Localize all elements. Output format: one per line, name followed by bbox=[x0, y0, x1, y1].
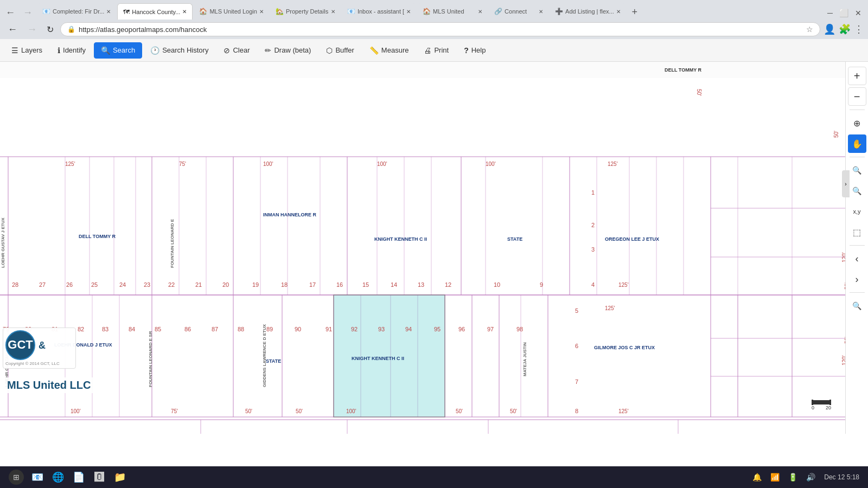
map-svg: DELL TOMMY R 50' bbox=[0, 62, 868, 434]
search-history-btn[interactable]: 🕐 Search History bbox=[143, 42, 215, 59]
taskbar-docs-icon[interactable]: 📄 bbox=[72, 470, 86, 484]
logo-copyright: Copyright © 2014 GCT, LLC bbox=[5, 361, 73, 366]
tab-property[interactable]: 🏡 Property Details ✕ bbox=[270, 3, 341, 20]
new-tab-btn[interactable]: + bbox=[627, 4, 642, 20]
extension-icon[interactable]: 🧩 bbox=[839, 23, 851, 35]
tab-add-listing[interactable]: ➕ Add Listing | flex... ✕ bbox=[550, 3, 626, 20]
print-icon: 🖨 bbox=[424, 46, 431, 55]
start-btn[interactable]: ⊞ bbox=[9, 470, 24, 485]
help-icon: ? bbox=[464, 46, 469, 55]
map-container[interactable]: DELL TOMMY R 50' bbox=[0, 62, 868, 434]
tab-close-add-listing[interactable]: ✕ bbox=[616, 9, 621, 15]
tab-bar: ← → 📧 Completed: Fir Dr... ✕ 🗺 Hancock C… bbox=[0, 0, 868, 20]
taskbar-office-icon[interactable]: 🅾 bbox=[92, 470, 106, 484]
tab-favicon-connect: 🔗 bbox=[494, 8, 502, 15]
svg-text:7: 7 bbox=[575, 378, 578, 385]
map-search2-btn[interactable]: 🔍 bbox=[848, 182, 866, 200]
svg-text:MATEJA JUSTIN: MATEJA JUSTIN bbox=[522, 342, 527, 376]
tab-close-mls-login[interactable]: ✕ bbox=[259, 9, 264, 15]
svg-text:100': 100' bbox=[377, 161, 387, 167]
tab-mls-login[interactable]: 🏠 MLS United Login ✕ bbox=[194, 3, 269, 20]
svg-text:94: 94 bbox=[405, 326, 412, 332]
taskbar-chrome-icon[interactable]: 🌐 bbox=[51, 470, 65, 484]
identify-map-btn[interactable]: 🔍 bbox=[848, 297, 866, 315]
collapse-arrow[interactable]: › bbox=[842, 170, 850, 197]
tab-hancock[interactable]: 🗺 Hancock County... ✕ bbox=[117, 3, 193, 20]
clear-btn[interactable]: ⊘ Clear bbox=[216, 42, 257, 59]
svg-text:125': 125' bbox=[608, 161, 618, 167]
select-tool-btn[interactable]: ⬚ bbox=[848, 223, 866, 241]
measure-icon: 📏 bbox=[369, 46, 379, 55]
svg-text:STATE: STATE bbox=[507, 236, 522, 242]
measure-btn[interactable]: 📏 Measure bbox=[362, 42, 416, 59]
locate-btn[interactable]: ⊕ bbox=[848, 114, 866, 132]
tab-close-inbox[interactable]: ✕ bbox=[406, 9, 411, 15]
nav-reload-btn[interactable]: ↻ bbox=[43, 23, 57, 36]
svg-text:86: 86 bbox=[184, 326, 191, 332]
taskbar-gmail-icon[interactable]: 📧 bbox=[30, 470, 44, 484]
settings-icon[interactable]: ⋮ bbox=[854, 23, 864, 35]
tab-connect[interactable]: 🔗 Connect ✕ bbox=[489, 3, 548, 20]
zoom-in-btn[interactable]: + bbox=[848, 67, 866, 85]
print-btn[interactable]: 🖨 Print bbox=[417, 42, 456, 59]
tab-mls-united[interactable]: 🏠 MLS United ✕ bbox=[417, 3, 488, 20]
svg-text:83: 83 bbox=[102, 326, 108, 332]
zoom-out-btn[interactable]: − bbox=[848, 87, 866, 106]
tab-close-property[interactable]: ✕ bbox=[331, 9, 335, 15]
close-btn[interactable]: ✕ bbox=[853, 7, 864, 20]
tab-close-mls-united[interactable]: ✕ bbox=[478, 9, 482, 15]
svg-text:INMAN HANNELORE R: INMAN HANNELORE R bbox=[263, 212, 316, 217]
svg-text:24: 24 bbox=[119, 281, 126, 288]
tab-back-btn[interactable]: ← bbox=[2, 6, 18, 20]
svg-text:100': 100' bbox=[71, 408, 81, 414]
nav-back-map-btn[interactable]: ‹ bbox=[848, 249, 866, 268]
profile-icon[interactable]: 👤 bbox=[824, 23, 835, 35]
hand-tool-btn[interactable]: ✋ bbox=[848, 134, 866, 153]
svg-text:18: 18 bbox=[281, 281, 288, 288]
map-search-btn[interactable]: 🔍 bbox=[848, 161, 866, 179]
svg-text:28: 28 bbox=[12, 281, 18, 288]
volume-icon[interactable]: 🔊 bbox=[806, 473, 815, 481]
svg-text:GIDDENS LAWRENCE D ETUX: GIDDENS LAWRENCE D ETUX bbox=[262, 324, 267, 387]
buffer-btn[interactable]: ⬡ Buffer bbox=[319, 42, 361, 59]
identify-btn[interactable]: ℹ Identify bbox=[50, 42, 93, 59]
tab-close-completed[interactable]: ✕ bbox=[106, 9, 111, 15]
svg-text:91: 91 bbox=[326, 326, 332, 332]
layers-btn[interactable]: ☰ Layers bbox=[4, 42, 49, 59]
address-bar: ← → ↻ 🔒 https://atlas.geoportalmaps.com/… bbox=[0, 20, 868, 39]
scale-bar: 0 20 bbox=[807, 398, 835, 412]
notification-icon[interactable]: 🔔 bbox=[752, 473, 762, 481]
draw-btn[interactable]: ✏ Draw (beta) bbox=[258, 42, 318, 59]
maximize-btn[interactable]: ⬜ bbox=[837, 7, 851, 20]
network-icon[interactable]: 📶 bbox=[770, 473, 780, 481]
svg-text:50': 50' bbox=[696, 89, 702, 96]
svg-text:12: 12 bbox=[445, 281, 451, 288]
search-btn[interactable]: 🔍 Search bbox=[94, 42, 142, 59]
nav-back-btn[interactable]: ← bbox=[4, 23, 21, 36]
tab-label-completed: Completed: Fir Dr... bbox=[53, 8, 104, 15]
tab-favicon-mls-united: 🏠 bbox=[423, 8, 431, 15]
minimize-btn[interactable]: ─ bbox=[825, 7, 835, 20]
taskbar-folder-icon[interactable]: 📁 bbox=[113, 470, 127, 484]
url-text: https://atlas.geoportalmaps.com/hancock bbox=[79, 25, 803, 34]
svg-text:4: 4 bbox=[591, 281, 595, 288]
coordinates-btn[interactable]: x,y bbox=[848, 202, 866, 221]
bookmark-icon[interactable]: ☆ bbox=[806, 25, 813, 34]
nav-forward-map-btn[interactable]: › bbox=[848, 270, 866, 288]
tab-favicon-hancock: 🗺 bbox=[123, 8, 130, 16]
tab-close-connect[interactable]: ✕ bbox=[539, 9, 543, 15]
tab-inbox[interactable]: 📧 Inbox - assistant [ ✕ bbox=[342, 3, 416, 20]
tab-forward-btn[interactable]: → bbox=[20, 6, 36, 20]
search-history-icon: 🕐 bbox=[150, 46, 159, 55]
svg-text:22: 22 bbox=[168, 281, 175, 288]
help-btn[interactable]: ? Help bbox=[457, 42, 493, 59]
tab-completed[interactable]: 📧 Completed: Fir Dr... ✕ bbox=[37, 3, 116, 20]
browser-chrome: ← → 📧 Completed: Fir Dr... ✕ 🗺 Hancock C… bbox=[0, 0, 868, 39]
nav-forward-btn[interactable]: → bbox=[24, 23, 40, 36]
svg-text:98: 98 bbox=[516, 326, 523, 332]
tab-close-hancock[interactable]: ✕ bbox=[182, 9, 187, 15]
battery-icon[interactable]: 🔋 bbox=[788, 473, 797, 481]
svg-text:88: 88 bbox=[238, 326, 244, 332]
url-bar[interactable]: 🔒 https://atlas.geoportalmaps.com/hancoc… bbox=[60, 22, 820, 36]
svg-rect-1 bbox=[0, 62, 868, 78]
